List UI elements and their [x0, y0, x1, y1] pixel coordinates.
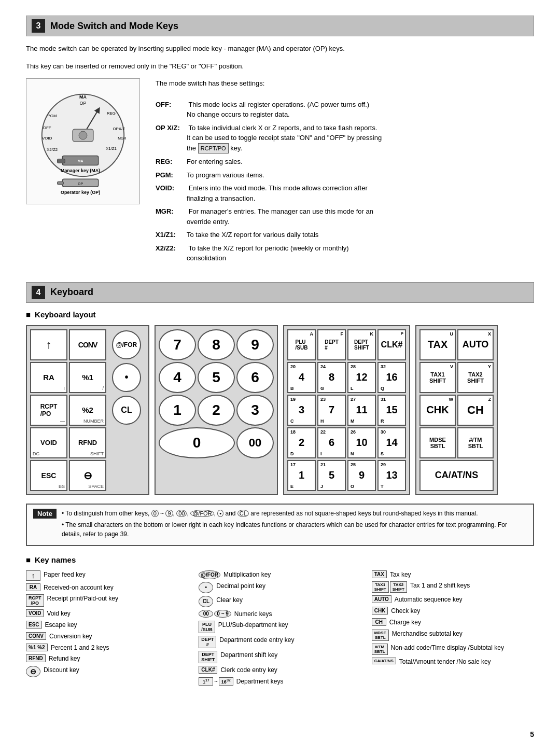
svg-text:MA: MA — [78, 159, 83, 163]
note-content: • To distinguish from other keys, 0 ~ 9,… — [62, 509, 527, 541]
note-box: Note • To distinguish from other keys, 0… — [26, 504, 534, 546]
key-7: 7 — [159, 329, 196, 360]
kn-mdse: MDSESBTL Merchandise subtotal key — [372, 630, 534, 641]
section4-header: 4 Keyboard — [26, 282, 534, 303]
mode-mgr-desc2: override entry. — [187, 217, 229, 227]
kn-badge-discount: ⊖ — [26, 666, 40, 677]
kb-dept: PLU/SUBA DEPT#F DEPTSHIFTK CLK#P 204B 24… — [283, 325, 410, 495]
dept-21: 215J — [317, 460, 346, 491]
kn-badge-hashtm: #/TMSBTL — [372, 644, 388, 655]
mode-reg: REG:For entering sales. — [156, 157, 534, 167]
kn-deptkeys: 117 ~ 1632 Department keys — [199, 677, 361, 686]
key-2: 2 — [198, 395, 235, 426]
svg-text:Manager key (MA): Manager key (MA) — [61, 168, 100, 173]
mode-x1z1-label: X1/Z1: — [156, 230, 187, 240]
key-names-col1: ↑ Paper feed key RA Received-on account … — [26, 570, 188, 689]
kn-hashtm: #/TMSBTL Non-add code/Time display /Subt… — [372, 644, 534, 655]
key-mdse-sbtl: MDSESBTL — [419, 427, 456, 458]
mode-opxz-desc1: To take individual clerk X or Z reports,… — [188, 124, 377, 132]
dept-28: 2812L — [347, 362, 376, 393]
kn-text-ch: Charge key — [389, 618, 534, 627]
kn-text-hashtm: Non-add code/Time display /Subtotal key — [391, 644, 534, 652]
key-rfnd-sub: SHIFT — [90, 451, 104, 456]
svg-rect-19 — [58, 181, 64, 185]
mode-void-desc2: finalizing a transaction. — [187, 193, 255, 204]
kn-text-clk: Clerk code entry key — [220, 666, 361, 675]
dept-19: 193C — [287, 395, 316, 426]
mode-settings-header: The mode switch has these settings: — [156, 78, 534, 89]
kn-badge-tax1: TAX1SHIFT — [372, 581, 389, 593]
kn-text-deptkeys: Department keys — [236, 677, 361, 686]
kn-badge-ch: CH — [372, 618, 386, 626]
svg-text:X2/Z2: X2/Z2 — [47, 147, 58, 152]
key-minus: ⊖SPACE — [69, 460, 106, 491]
kn-tax: TAX Tax key — [372, 570, 534, 579]
section4-number: 4 — [32, 286, 45, 299]
kn-rfnd: RFND Refund key — [26, 654, 188, 663]
page-number: 5 — [530, 730, 534, 738]
kn-badge-depthash: DEPT# — [199, 636, 216, 648]
section4-title: Keyboard — [50, 287, 93, 298]
kn-badge-auto: AUTO — [372, 595, 391, 603]
kn-pct: %1 %2 Percent 1 and 2 keys — [26, 644, 188, 652]
svg-text:MA: MA — [79, 94, 87, 100]
kn-badge-cl: CL — [199, 596, 213, 607]
key-pct2-sub: NUMBER — [83, 418, 104, 424]
mode-opxz-desc3: the RCPT/PO key. — [187, 143, 242, 154]
kn-text-atfor: Multiplication key — [223, 570, 361, 579]
kn-text-pct: Percent 1 and 2 keys — [51, 644, 189, 652]
key-esc-sub: BS — [59, 484, 65, 489]
mode-x2z2-desc2: consolidation — [187, 253, 226, 263]
key-conv: CONV — [69, 329, 106, 360]
key-ca-at-ns: CA/AT/NS — [419, 460, 494, 491]
kn-badge-dept16: 1632 — [219, 677, 233, 686]
kb-right: TAXU AUTOX TAX1SHIFTV TAX2SHIFTY CHKW CH… — [415, 325, 498, 495]
key-4: 4 — [159, 362, 196, 393]
kn-badge-conv: CONV — [26, 632, 46, 640]
key-minus-sub: SPACE — [88, 484, 104, 489]
kn-text-paperfeed: Paper feed key — [44, 570, 188, 579]
svg-text:X1/Z1: X1/Z1 — [106, 146, 117, 151]
mode-switch-area: MA OP REG OPX/Z MGR X1/Z1 X2/Z2 VOID OFF… — [26, 78, 534, 267]
mode-x2z2: X2/Z2: To take the X/Z report for period… — [156, 243, 534, 263]
dept-31: 3115R — [377, 395, 406, 426]
kn-text-deptshift: Department shift key — [220, 651, 361, 660]
kn-text-caatns: Total/Amount tender /No sale key — [399, 658, 534, 666]
kn-text-chk: Check key — [391, 607, 534, 616]
kn-text-rfnd: Refund key — [49, 654, 189, 663]
kn-badge-caatns: CA/AT/NS — [372, 658, 396, 664]
section3-header: 3 Mode Switch and Mode Keys — [26, 16, 534, 36]
kn-badge-paperfeed: ↑ — [26, 570, 40, 581]
key-atfor: @/FOR — [112, 330, 141, 359]
key-rcpt-sub: — — [60, 418, 65, 424]
key-chk-sub: W — [449, 397, 454, 402]
key-hash-tm-sbtl: #/TMSBTL — [457, 427, 494, 458]
kn-badge-deptshift: DEPTSHIFT — [199, 651, 217, 663]
dept-clk: CLK#P — [377, 329, 406, 360]
key-6: 6 — [236, 362, 274, 393]
mode-off-desc1: This mode locks all register operations.… — [188, 101, 369, 108]
svg-text:PGM: PGM — [48, 114, 57, 118]
kn-plusub: PLU/SUB PLU/Sub-department key — [199, 621, 361, 633]
kn-rcpt: RCPT/PO Receipt print/Paid-out key — [26, 594, 188, 607]
svg-point-13 — [79, 131, 87, 139]
note-label: Note — [33, 509, 57, 519]
mode-opxz: OP X/Z: To take individual clerk X or Z … — [156, 123, 534, 154]
kn-tax12: TAX1SHIFT TAX2SHIFT Tax 1 and 2 shift ke… — [372, 581, 534, 593]
key-ra: RAI — [30, 362, 67, 393]
kn-text-numeric: Numeric keys — [234, 610, 361, 619]
dept-25: 259O — [347, 460, 376, 491]
mode-x2z2-desc1: To take the X/Z report for periodic (wee… — [188, 244, 348, 252]
key-names-col2: @/FOR Multiplication key • Decimal point… — [199, 570, 361, 689]
key-tax1-sub: V — [450, 364, 453, 369]
kn-text-mdse: Merchandise subtotal key — [392, 630, 534, 638]
mode-mgr: MGR: For manager's entries. The manager … — [156, 206, 534, 227]
key-tax-sub: U — [450, 331, 454, 337]
kn-badge-dept1: 117 — [199, 677, 213, 686]
dept-29: 2913T — [377, 460, 406, 491]
dept-24: 248G — [317, 362, 346, 393]
mode-pgm-desc: To program various items. — [187, 171, 264, 179]
kn-auto: AUTO Automatic sequence key — [372, 595, 534, 604]
subsection-names-title: Key names — [26, 555, 534, 564]
key-rcpt: RCPT/PO— — [30, 395, 67, 426]
